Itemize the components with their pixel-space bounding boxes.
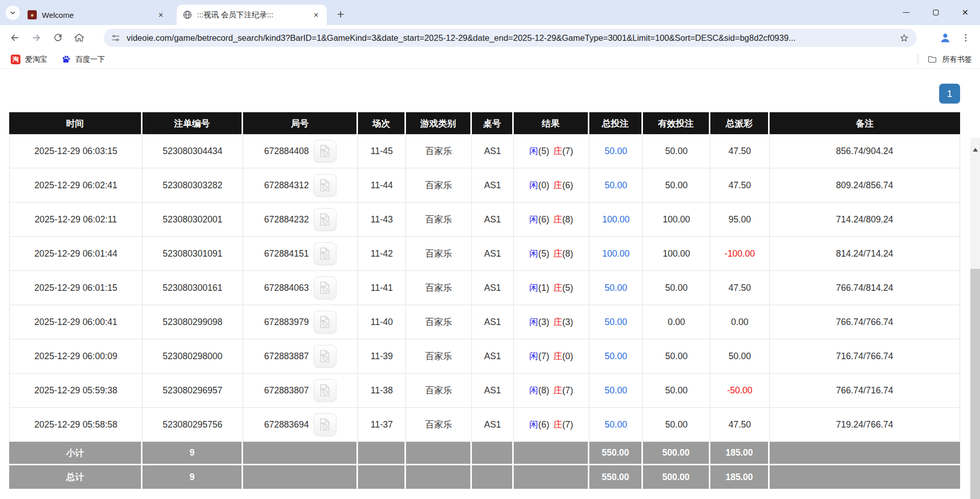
tab-search-button[interactable] (6, 6, 20, 20)
cell-bet-id: 523080300161 (142, 271, 243, 305)
tab-betrecord[interactable]: :::视讯 会员下注纪录::: ✕ (177, 5, 327, 25)
cell-session: 11-40 (358, 305, 406, 339)
forward-button[interactable] (26, 27, 47, 48)
grand-total-count: 9 (142, 465, 243, 489)
column-header-8: 有效投注 (643, 112, 710, 134)
cell-total-bet: 100.00 (589, 203, 643, 237)
cell-session: 11-43 (358, 203, 406, 237)
site-settings-icon[interactable] (111, 33, 121, 43)
cell-time: 2025-12-29 06:03:15 (9, 134, 142, 168)
video-replay-button[interactable] (314, 345, 337, 368)
video-replay-button[interactable] (314, 311, 337, 334)
cell-total-bet: 50.00 (589, 408, 643, 442)
cell-round: 672884232 (243, 203, 358, 237)
close-button[interactable]: ✕ (950, 0, 980, 25)
bookmark-baidu[interactable]: 百度一下 (58, 53, 108, 66)
video-file-icon (318, 349, 332, 363)
cell-table-no: AS1 (472, 168, 514, 203)
round-number: 672883979 (264, 317, 309, 328)
all-bookmarks-label: 所有书签 (942, 55, 972, 64)
total-bet-link[interactable]: 50.00 (605, 317, 627, 327)
video-replay-button[interactable] (314, 379, 337, 402)
cell-session: 11-45 (358, 134, 406, 168)
table-body: 2025-12-29 06:03:15 523080304434 6728844… (9, 134, 960, 442)
cell-result: 闲(5)庄(8) (514, 237, 589, 271)
tab-close-icon[interactable]: ✕ (312, 10, 321, 19)
browser-menu-button[interactable] (958, 30, 974, 46)
total-bet-link[interactable]: 50.00 (605, 419, 627, 430)
maximize-button[interactable] (921, 0, 950, 25)
reload-button[interactable] (47, 27, 68, 48)
cell-total-bet: 50.00 (589, 373, 643, 408)
bookmark-aitaobao[interactable]: 淘 爱淘宝 (8, 53, 51, 66)
cell-valid-bet: 100.00 (643, 203, 710, 237)
cell-game-type: 百家乐 (406, 373, 472, 408)
back-button[interactable] (4, 27, 26, 48)
banker-result: 庄 (554, 283, 563, 293)
cell-remark: 856.74/904.24 (770, 134, 960, 168)
round-number: 672883694 (264, 419, 309, 430)
tab-welcome[interactable]: ♠ Welcome ✕ (21, 5, 172, 25)
total-bet-link[interactable]: 50.00 (605, 385, 627, 395)
player-result: 闲 (530, 248, 539, 259)
bookmark-star-button[interactable] (899, 33, 910, 43)
cell-result: 闲(5)庄(7) (514, 134, 589, 168)
profile-button[interactable] (937, 30, 953, 46)
bet-records-table: 时间注单编号局号场次游戏类别桌号结果总投注有效投注总派彩备注 2025-12-2… (9, 112, 960, 489)
chevron-down-icon (10, 10, 16, 16)
banker-result: 庄 (554, 351, 563, 361)
table-row: 2025-12-29 06:02:41 523080303282 6728843… (9, 168, 960, 203)
cell-valid-bet: 50.00 (643, 339, 710, 373)
player-result: 闲 (530, 385, 539, 395)
scrollbar-up-button[interactable] (970, 145, 980, 155)
cell-game-type: 百家乐 (406, 134, 472, 168)
banker-result: 庄 (554, 146, 563, 156)
pagination-page-1-button[interactable]: 1 (939, 84, 960, 104)
url-bar[interactable]: videoie.com/game/betrecord_search/kind3?… (104, 29, 917, 47)
video-file-icon (318, 178, 332, 192)
cell-remark: 716.74/766.74 (770, 339, 960, 373)
tab-close-icon[interactable]: ✕ (156, 10, 165, 19)
video-replay-button[interactable] (314, 413, 337, 436)
total-bet-link[interactable]: 100.00 (602, 248, 630, 259)
cell-total-bet: 50.00 (589, 271, 643, 305)
round-number: 672883807 (264, 385, 309, 396)
bookmark-label: 百度一下 (76, 55, 105, 64)
video-replay-button[interactable] (314, 140, 337, 163)
all-bookmarks-button[interactable]: 所有书签 (918, 54, 972, 65)
video-replay-button[interactable] (314, 277, 337, 300)
scrollbar-thumb[interactable] (970, 269, 980, 499)
bookmark-label: 爱淘宝 (25, 55, 47, 64)
grand-total-payout: 185.00 (710, 465, 770, 489)
home-button[interactable] (68, 27, 90, 48)
vertical-scrollbar[interactable] (970, 138, 980, 499)
video-replay-button[interactable] (314, 242, 337, 265)
subtotal-payout: 185.00 (710, 442, 770, 465)
star-icon (899, 33, 910, 43)
cell-result: 闲(1)庄(5) (514, 271, 589, 305)
video-file-icon (318, 246, 332, 261)
cell-result: 闲(3)庄(3) (514, 305, 589, 339)
total-bet-link[interactable]: 100.00 (602, 214, 630, 224)
total-bet-link[interactable]: 50.00 (605, 146, 627, 156)
cell-total-bet: 50.00 (589, 339, 643, 373)
banker-result: 庄 (554, 385, 563, 395)
player-result: 闲 (530, 146, 539, 156)
minimize-button[interactable] (891, 0, 921, 25)
url-text: videoie.com/game/betrecord_search/kind3?… (127, 33, 893, 43)
new-tab-button[interactable] (333, 7, 348, 22)
cell-round: 672884408 (243, 134, 358, 168)
video-replay-button[interactable] (314, 174, 337, 197)
video-replay-button[interactable] (314, 208, 337, 231)
cell-table-no: AS1 (472, 305, 514, 339)
minimize-icon (903, 12, 910, 13)
total-bet-link[interactable]: 50.00 (605, 283, 627, 293)
video-file-icon (318, 281, 332, 295)
total-bet-link[interactable]: 50.00 (605, 180, 627, 190)
column-header-7: 总投注 (589, 112, 643, 134)
cell-bet-id: 523080301091 (142, 237, 243, 271)
table-row: 2025-12-29 05:59:38 523080296957 6728838… (9, 373, 960, 408)
total-bet-link[interactable]: 50.00 (605, 351, 627, 361)
page-content: 1 时间注单编号局号场次游戏类别桌号结果总投注有效投注总派彩备注 2025-12… (0, 69, 980, 499)
cell-table-no: AS1 (472, 408, 514, 442)
